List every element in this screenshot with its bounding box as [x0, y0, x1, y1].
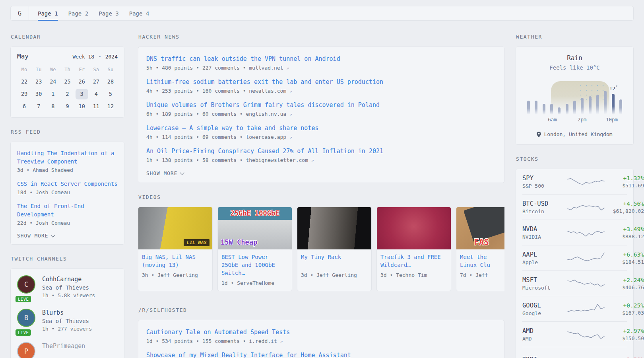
- stock-row[interactable]: GOOGLGoogle +0.25%$167.03: [522, 296, 627, 322]
- stock-name: Bitcoin: [522, 208, 567, 214]
- video-card[interactable]: My Tiny Rack 3d • Jeff Geerling: [297, 207, 372, 291]
- stock-price: $184.51: [605, 259, 644, 265]
- hour-label: 10pm: [606, 117, 618, 123]
- hackernews-section-label: HACKER NEWS: [138, 34, 504, 40]
- avatar: B: [17, 309, 35, 327]
- list-item: The End of Front-End Development 22d • J…: [17, 202, 118, 226]
- stock-price: $150.50: [605, 335, 644, 341]
- stock-row[interactable]: RDDT -1.59%: [522, 347, 627, 358]
- post-title[interactable]: Cautionary Tale on Automated Speed Tests: [146, 328, 496, 337]
- stock-row[interactable]: NVDANVIDIA +3.49%$888.12: [522, 220, 627, 245]
- stock-sparkline: [567, 225, 605, 240]
- stock-row[interactable]: AAPLApple +6.63%$184.51: [522, 245, 627, 271]
- calendar-day: 10: [76, 101, 88, 112]
- stock-row[interactable]: BTC-USDBitcoin +4.56%$61,820.02: [522, 195, 627, 220]
- stock-change: +1.32%: [605, 175, 644, 181]
- rss-item-title[interactable]: Handling The Indentation of a Treeview C…: [17, 149, 118, 166]
- tab-page-2[interactable]: Page 2: [63, 6, 94, 20]
- page-tabs: Page 1 Page 2 Page 3 Page 4: [29, 6, 154, 20]
- list-item: Showcase of my Mixed Reality Interface f…: [146, 351, 496, 358]
- video-card[interactable]: LIL NAS Big NAS, Lil NAS (moving 13) 3h …: [138, 207, 213, 291]
- rss-show-more-button[interactable]: SHOW MORE: [17, 233, 118, 239]
- video-row: LIL NAS Big NAS, Lil NAS (moving 13) 3h …: [138, 207, 504, 291]
- video-meta: 1d • ServeTheHome: [221, 280, 288, 286]
- hackernews-show-more-button[interactable]: SHOW MORE: [146, 170, 496, 176]
- video-title[interactable]: Meet the Linux Clu: [460, 253, 504, 269]
- twitch-channel-row[interactable]: P ThePrimeagen: [17, 342, 118, 358]
- rss-item-title[interactable]: The End of Front-End Development: [17, 202, 118, 219]
- twitch-channel-row[interactable]: C LIVE CohhCarnage Sea of Thieves 1h • 5…: [17, 275, 118, 299]
- rss-item-title[interactable]: CSS in React Server Components: [17, 180, 118, 188]
- weather-hourly-chart: 12°: [526, 81, 623, 115]
- story-title[interactable]: Lowercase – A simple way to take and sha…: [146, 124, 496, 132]
- calendar-day: 4: [90, 89, 103, 99]
- weather-bar: [535, 101, 537, 115]
- calendar-day: 23: [32, 76, 45, 87]
- stock-price: $167.03: [605, 310, 644, 316]
- video-title[interactable]: My Tiny Rack: [301, 253, 368, 269]
- calendar-day-today: 3: [76, 89, 88, 99]
- stock-name: AMD: [522, 336, 567, 342]
- story-meta: 1h • 138 points • 58 comments • thebigne…: [146, 157, 496, 163]
- stock-sparkline: [567, 200, 605, 215]
- video-title[interactable]: Traefik 3 and FREE Wildcard…: [380, 253, 447, 269]
- stock-symbol: GOOGL: [522, 302, 567, 309]
- stock-name: NVIDIA: [522, 234, 567, 240]
- post-meta: 1d • 534 points • 155 comments • i.redd.…: [146, 338, 496, 344]
- live-badge: LIVE: [16, 296, 31, 302]
- right-column: WEATHER Rain Feels like 10°C 12° 6am2pm1…: [516, 34, 634, 358]
- tab-page-4[interactable]: Page 4: [124, 6, 155, 20]
- video-card[interactable]: 25GbE 100GbE 15W Cheap BEST Low Power 25…: [217, 207, 292, 291]
- story-title[interactable]: Unique volumes of Brothers Grimm fairy t…: [146, 101, 496, 109]
- calendar-day: 9: [61, 101, 74, 112]
- twitch-channel-row[interactable]: B LIVE Blurbs Sea of Thieves 1h • 277 vi…: [17, 309, 118, 333]
- live-badge: LIVE: [16, 329, 31, 336]
- stock-sparkline: [567, 174, 605, 189]
- stock-row[interactable]: SPYS&P 500 +1.32%$511.69: [522, 169, 627, 195]
- thumbnail-text: 25GbE 100GbE: [218, 209, 292, 217]
- stock-sparkline: [567, 276, 605, 291]
- stock-row[interactable]: AMDAMD +2.97%$150.50: [522, 322, 627, 347]
- stock-symbol: AAPL: [522, 251, 567, 258]
- weather-bar: [604, 91, 607, 115]
- calendar-week-year: Week 18 • 2024: [72, 54, 118, 60]
- list-item: Unique volumes of Brothers Grimm fairy t…: [146, 101, 496, 117]
- video-card[interactable]: FAS Meet the Linux Clu 7d • Jeff: [456, 207, 504, 291]
- stock-symbol: MSFT: [522, 276, 567, 284]
- channel-meta: 1h • 277 viewers: [42, 325, 92, 333]
- list-item: Cautionary Tale on Automated Speed Tests…: [146, 328, 496, 344]
- story-title[interactable]: Lithium-free sodium batteries exit the l…: [146, 78, 496, 86]
- channel-meta: 1h • 5.8k viewers: [42, 292, 95, 299]
- weather-bar: [596, 95, 599, 115]
- stock-name: Microsoft: [522, 285, 567, 291]
- post-title[interactable]: Showcase of my Mixed Reality Interface f…: [146, 351, 496, 358]
- weather-bar: [527, 101, 530, 115]
- selfhosted-widget: /R/SELFHOSTED Cautionary Tale on Automat…: [138, 307, 504, 358]
- weekday-label: Su: [103, 65, 118, 75]
- stock-price: $61,820.02: [605, 208, 644, 214]
- weekday-label: Tu: [31, 65, 46, 75]
- top-navbar: G Page 1 Page 2 Page 3 Page 4: [10, 6, 634, 21]
- story-title[interactable]: An Oil Price-Fixing Conspiracy Caused 27…: [146, 147, 496, 156]
- list-item: Lithium-free sodium batteries exit the l…: [146, 78, 496, 94]
- story-meta: 6h • 189 points • 60 comments • english.…: [146, 111, 496, 117]
- tab-page-3[interactable]: Page 3: [93, 6, 124, 20]
- tab-page-1[interactable]: Page 1: [33, 6, 63, 20]
- weather-condition: Rain: [524, 54, 625, 62]
- hour-label: 2pm: [578, 117, 587, 123]
- weekday-label: Sa: [89, 65, 103, 75]
- video-meta: 3h • Jeff Geerling: [142, 272, 209, 278]
- calendar-day: 1: [47, 89, 59, 99]
- stock-price: $511.69: [605, 183, 644, 189]
- video-card[interactable]: Traefik 3 and FREE Wildcard… 3d • Techno…: [376, 207, 451, 291]
- calendar-day: 30: [32, 89, 45, 99]
- stock-row[interactable]: MSFTMicrosoft +2.24%$406.76: [522, 271, 627, 296]
- video-title[interactable]: BEST Low Power 25GbE and 100GbE Switch…: [221, 253, 288, 277]
- video-title[interactable]: Big NAS, Lil NAS (moving 13): [142, 253, 209, 269]
- stock-symbol: AMD: [522, 327, 567, 335]
- hour-label: 6am: [548, 117, 557, 123]
- list-item: An Oil Price-Fixing Conspiracy Caused 27…: [146, 147, 496, 163]
- thumbnail-text: FAS: [474, 237, 489, 247]
- story-title[interactable]: DNS traffic can leak outside the VPN tun…: [146, 55, 496, 63]
- calendar-day: 11: [90, 101, 103, 112]
